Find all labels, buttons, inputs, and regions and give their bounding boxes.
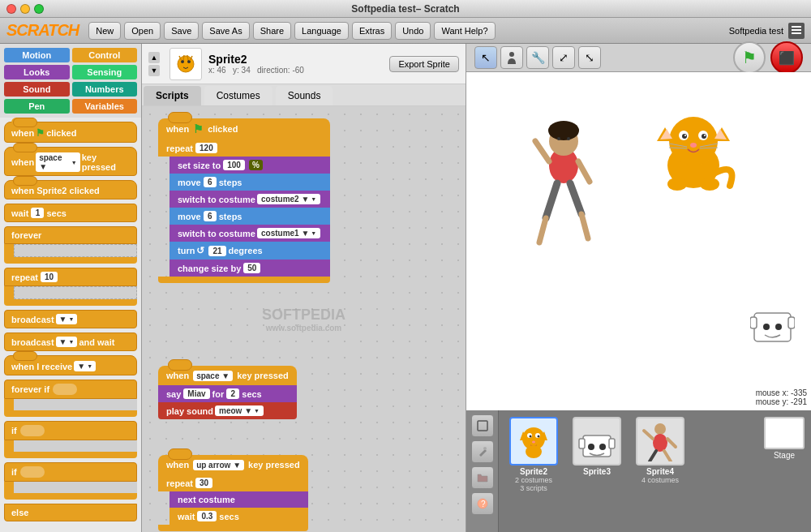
sprite-info: Sprite2 x: 46 y: 34 direction: -60 bbox=[208, 53, 383, 75]
svg-point-54 bbox=[526, 445, 542, 458]
svg-point-61 bbox=[653, 434, 667, 452]
sprite-card-sprite3[interactable]: Sprite3 bbox=[569, 417, 625, 476]
block-repeat[interactable]: repeat 10 bbox=[4, 268, 137, 306]
block-set-size[interactable]: set size to 100 % bbox=[169, 157, 330, 174]
sprite-name: Sprite2 bbox=[208, 53, 383, 66]
block-move-6-1[interactable]: move 6 steps bbox=[169, 174, 330, 191]
extras-button[interactable]: Extras bbox=[352, 22, 392, 40]
block-play-sound[interactable]: play sound meow ▼ bbox=[158, 402, 297, 419]
undo-button[interactable]: Undo bbox=[395, 22, 431, 40]
block-when-receive[interactable]: when I receive ▼ bbox=[4, 355, 137, 375]
svg-line-63 bbox=[667, 439, 676, 447]
window-title: Softpedia test– Scratch bbox=[351, 3, 459, 15]
block-if-2[interactable]: if bbox=[4, 462, 137, 500]
share-button[interactable]: Share bbox=[253, 22, 291, 40]
block-forever-if[interactable]: forever if bbox=[4, 380, 137, 417]
green-flag-button[interactable]: ⚑ bbox=[733, 41, 766, 74]
export-sprite-button[interactable]: Export Sprite bbox=[389, 56, 459, 72]
block-when-key-pressed[interactable]: when space ▼ key pressed bbox=[4, 147, 137, 176]
sprite-card-sprite2[interactable]: Sprite2 2 costumes 3 scripts bbox=[505, 417, 562, 492]
person-tool[interactable] bbox=[500, 46, 523, 69]
script-group-3: when up arrow ▼ key pressed repeat 30 ne… bbox=[158, 455, 308, 531]
folder-tool[interactable] bbox=[471, 466, 494, 489]
stage-toolbar: ↖ 🔧 ⤢ ⤡ ⚑ ⬛ bbox=[466, 44, 811, 72]
svg-point-57 bbox=[599, 444, 606, 450]
block-wait[interactable]: wait 1 secs bbox=[4, 204, 137, 222]
block-switch-costume-2[interactable]: switch to costume costume2 ▼ bbox=[169, 191, 330, 208]
tab-scripts[interactable]: Scripts bbox=[144, 86, 201, 105]
block-forever[interactable]: forever bbox=[4, 226, 137, 264]
stage-size-normal[interactable] bbox=[471, 414, 494, 437]
stop-button[interactable]: ⬛ bbox=[770, 41, 803, 74]
block-when-up-arrow[interactable]: when up arrow ▼ key pressed bbox=[158, 455, 308, 474]
block-turn-21[interactable]: turn ↺ 21 degrees bbox=[169, 242, 330, 260]
block-when-space-pressed[interactable]: when space ▼ key pressed bbox=[158, 366, 297, 385]
svg-rect-41 bbox=[788, 317, 795, 328]
maximize-button[interactable] bbox=[34, 4, 44, 14]
open-button[interactable]: Open bbox=[124, 22, 161, 40]
surprise-tool[interactable]: ? bbox=[471, 492, 494, 515]
sprite-nav-down[interactable]: ▼ bbox=[148, 65, 160, 76]
sprite-nav-up[interactable]: ▲ bbox=[148, 52, 160, 63]
tab-costumes[interactable]: Costumes bbox=[204, 86, 272, 105]
block-say-miav[interactable]: say Miav for 2 secs bbox=[158, 385, 297, 402]
script-canvas[interactable]: SOFTPEDIA www.softpedia.com when ⚑ click… bbox=[142, 106, 466, 532]
block-next-costume[interactable]: next costume bbox=[169, 491, 308, 508]
minimize-button[interactable] bbox=[20, 4, 30, 14]
sprite2-info: 2 costumes bbox=[515, 476, 552, 484]
block-when-flag-clicked[interactable]: when ⚑ clicked bbox=[4, 122, 137, 143]
block-broadcast-wait[interactable]: broadcast ▼ and wait bbox=[4, 332, 137, 351]
block-repeat-30[interactable]: repeat 30 bbox=[158, 474, 308, 491]
mouse-y-label: mouse y: -291 bbox=[756, 397, 807, 406]
category-sound[interactable]: Sound bbox=[4, 82, 70, 97]
stage-tools-left: ↖ 🔧 ⤢ ⤡ bbox=[474, 46, 601, 69]
category-looks[interactable]: Looks bbox=[4, 65, 70, 79]
block-repeat-120[interactable]: repeat 120 bbox=[158, 139, 330, 157]
save-button[interactable]: Save bbox=[164, 22, 199, 40]
sprite-card-sprite4[interactable]: Sprite4 4 costumes bbox=[632, 417, 689, 484]
blocks-panel: Motion Control Looks Sensing Sound Numbe… bbox=[0, 44, 142, 532]
svg-line-17 bbox=[581, 214, 588, 238]
svg-point-26 bbox=[682, 134, 687, 139]
block-if-1[interactable]: if bbox=[4, 421, 137, 458]
script-group-1: when ⚑ clicked repeat 120 set size to 10… bbox=[158, 118, 330, 283]
block-broadcast[interactable]: broadcast ▼ bbox=[4, 310, 137, 328]
svg-point-53 bbox=[532, 441, 535, 444]
block-change-size[interactable]: change size by 50 bbox=[169, 260, 330, 277]
svg-rect-0 bbox=[792, 26, 801, 28]
close-button[interactable] bbox=[6, 4, 16, 14]
category-control[interactable]: Control bbox=[72, 48, 138, 62]
category-pen[interactable]: Pen bbox=[4, 99, 70, 114]
user-area: Softpedia test bbox=[729, 23, 805, 39]
save-as-button[interactable]: Save As bbox=[202, 22, 249, 40]
paint-tool[interactable] bbox=[471, 440, 494, 463]
category-sensing[interactable]: Sensing bbox=[72, 65, 138, 79]
block-else[interactable]: else bbox=[4, 504, 137, 521]
block-move-6-2[interactable]: move 6 steps bbox=[169, 208, 330, 225]
stage-controls: ? bbox=[466, 410, 499, 532]
svg-point-29 bbox=[704, 135, 706, 136]
resize-tool[interactable]: ⤢ bbox=[552, 46, 575, 69]
category-numbers[interactable]: Numbers bbox=[72, 82, 138, 97]
want-help-button[interactable]: Want Help? bbox=[434, 22, 495, 40]
category-motion[interactable]: Motion bbox=[4, 48, 70, 62]
user-icon[interactable] bbox=[788, 23, 805, 39]
block-switch-costume-1[interactable]: switch to costume costume1 ▼ bbox=[169, 225, 330, 242]
stage-card[interactable]: Stage bbox=[764, 417, 805, 466]
block-when-sprite-clicked[interactable]: when Sprite2 clicked bbox=[4, 180, 137, 200]
category-variables[interactable]: Variables bbox=[72, 99, 138, 114]
svg-line-64 bbox=[650, 451, 656, 461]
cat-sprite bbox=[649, 113, 738, 194]
stage[interactable]: mouse x: -335 mouse y: -291 bbox=[466, 72, 811, 410]
toaster-sprite bbox=[750, 301, 795, 345]
sprite-nav: ▲ ▼ bbox=[148, 52, 160, 76]
block-wait-0.3[interactable]: wait 0.3 secs bbox=[169, 508, 308, 525]
right-panel: ↖ 🔧 ⤢ ⤡ ⚑ ⬛ bbox=[466, 44, 811, 532]
block-when-flag-clicked-script[interactable]: when ⚑ clicked bbox=[158, 118, 330, 139]
arrow-tool[interactable]: ↖ bbox=[474, 46, 497, 69]
shrink-tool[interactable]: ⤡ bbox=[578, 46, 601, 69]
wrench-tool[interactable]: 🔧 bbox=[526, 46, 549, 69]
new-button[interactable]: New bbox=[88, 22, 121, 40]
tab-sounds[interactable]: Sounds bbox=[276, 86, 333, 105]
language-button[interactable]: Language bbox=[294, 22, 349, 40]
